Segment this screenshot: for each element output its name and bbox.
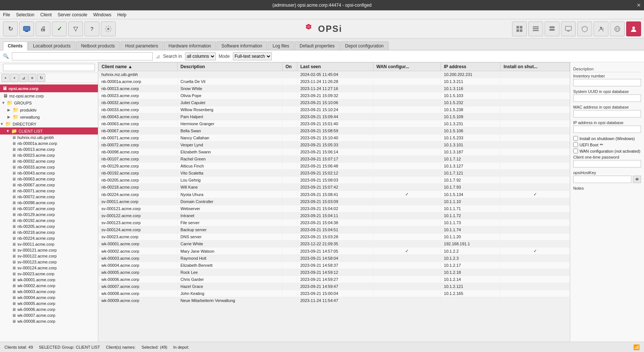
col-ip-address[interactable]: IP address <box>441 63 501 71</box>
monitor-button[interactable] <box>561 21 576 36</box>
sidebar-item-groups[interactable]: ▼ 📁 GROUPS <box>0 99 98 106</box>
sidebar-client-nb00032[interactable]: 🖥nb-00032.acme.corp <box>0 158 98 164</box>
sidebar-client-wk00004[interactable]: 🖥wk-00004.acme.corp <box>0 295 98 300</box>
rp-host-key-input[interactable] <box>573 176 631 183</box>
sidebar-client-wk00005[interactable]: 🖥wk-00005.acme.corp <box>0 300 98 306</box>
sidebar-item-verwaltung[interactable]: ▶ 📁 verwaltung <box>0 113 98 120</box>
rp-uuid-input[interactable] <box>573 94 641 102</box>
print-button[interactable]: 🖨 <box>36 21 50 36</box>
tab-localboot[interactable]: Localboot products <box>28 41 75 50</box>
sidebar-client-nb00071[interactable]: 🖥nb-00071.acme.corp <box>0 188 98 194</box>
tab-depot-config[interactable]: Depot configuration <box>340 41 389 50</box>
sidebar-client-nb00072[interactable]: 🖥nb-00072.acme.corp <box>0 194 98 200</box>
sidebar-item-client-list[interactable]: ▼ 📁 CLIENT LIST <box>0 127 98 135</box>
sidebar-item-directory[interactable]: ▼ 📁 DIRECTORY <box>0 120 98 127</box>
table-row[interactable]: wk-00006.acme.corpChris Garder2023-09-21… <box>99 276 570 283</box>
table-row[interactable]: nb-00001a.acme.corpCruella De Vil2023-11… <box>99 78 570 85</box>
table-row[interactable]: wk-00008.acme.corpJohn Keating2023-09-21… <box>99 290 570 297</box>
table-row[interactable]: nb-00033.acme.corpWillow Rosenberg2023-0… <box>99 106 570 113</box>
rp-uefi-edit-icon[interactable]: ✏ <box>600 142 603 147</box>
table-row[interactable]: wk-00005.acme.corpRock Lee2023-09-21 14:… <box>99 269 570 276</box>
sidebar-depot-mz[interactable]: 🖥 mz-opsi.acme.corp <box>0 92 98 99</box>
table-row[interactable]: nb-00072.acme.corpVesper Lynd2023-09-21 … <box>99 142 570 149</box>
globe-button[interactable] <box>610 21 625 36</box>
sidebar-client-sv00023[interactable]: 🖥sv-00023.acme.corp <box>0 271 98 277</box>
rp-eye-button[interactable]: 👁 <box>633 176 641 183</box>
sidebar-add2-button[interactable]: + <box>10 74 19 82</box>
rp-mac-input[interactable] <box>573 110 641 117</box>
sidebar-sort-button[interactable]: ≡ <box>28 74 36 82</box>
col-last-seen[interactable]: Last seen <box>297 63 373 71</box>
table-row[interactable]: nb-00205.acme.corpLou Gehrig2023-09-21 1… <box>99 177 570 184</box>
sidebar-client-nb00098[interactable]: 🖥nb-00098.acme.corp <box>0 200 98 206</box>
list-view-button[interactable] <box>528 21 543 36</box>
search-in-select[interactable]: all columns <box>185 52 216 60</box>
sidebar-client-wk00006[interactable]: 🖥wk-00006.acme.corp <box>0 306 98 312</box>
sidebar-client-nb00129[interactable]: 🖥nb-00129.acme.corp <box>0 212 98 217</box>
sidebar-client-nb00218[interactable]: 🖥nb-00218.acme.corp <box>0 229 98 235</box>
table-row[interactable]: sv-00011.acme.corpDomain Controller2023-… <box>99 198 570 205</box>
sidebar-item-produktiv[interactable]: ▶ 📁 produktiv <box>0 106 98 113</box>
tab-hardware-info[interactable]: Hardware information <box>164 41 216 50</box>
rp-wan-config-checkbox[interactable] <box>573 149 578 153</box>
client-icon-button[interactable] <box>19 21 34 36</box>
close-button[interactable]: ✕ <box>637 2 641 8</box>
config-button[interactable] <box>101 21 116 36</box>
sidebar-client-wk00008[interactable]: 🖥wk-00008.acme.corp <box>0 318 98 324</box>
tab-clients[interactable]: Clients <box>3 41 27 50</box>
table-row[interactable]: nb-00063.acme.corpHermione Granger2023-0… <box>99 120 570 127</box>
rp-uefi-boot-checkbox[interactable] <box>573 142 578 147</box>
sidebar-search-input[interactable] <box>3 64 95 71</box>
table-row[interactable]: sv-00023.acme.corpDNS server2023-09-21 1… <box>99 233 570 240</box>
avatar-button[interactable] <box>626 21 641 36</box>
table-row[interactable]: huhnix.mz.uib.gmbh2024-02-05 11:45:0410.… <box>99 71 570 78</box>
table-row[interactable]: nb-00032.acme.corpJuliet Capulet2023-09-… <box>99 99 570 106</box>
table-row[interactable]: wk-00007.acme.corpHazel Grace2023-09-21 … <box>99 283 570 290</box>
sidebar-client-nb00067[interactable]: 🖥nb-00067.acme.corp <box>0 182 98 188</box>
sidebar-client-nb00205[interactable]: 🖥nb-00205.acme.corp <box>0 223 98 229</box>
sidebar-client-nb00224[interactable]: 🖥nb-00224.acme.corp <box>0 235 98 241</box>
tab-host-params[interactable]: Host parameters <box>120 41 163 50</box>
table-row[interactable]: nb-00192.acme.corpVito Scaletta2023-09-2… <box>99 170 570 177</box>
tab-log-files[interactable]: Log files <box>268 41 294 50</box>
table-row[interactable]: nb-00067.acme.corpBella Swan2023-09-21 1… <box>99 127 570 135</box>
col-wan-config[interactable]: WAN configur... <box>373 63 441 71</box>
sidebar-client-nb00013[interactable]: 🖥nb-00013.acme.corp <box>0 146 98 152</box>
sidebar-refresh-button[interactable]: ↻ <box>37 74 45 82</box>
tab-default-props[interactable]: Default properties <box>295 41 340 50</box>
table-row[interactable]: nb-00107.acme.corpRachel Green2023-09-21… <box>99 156 570 163</box>
sidebar-client-sv000122[interactable]: 🖥sv-000122.acme.corp <box>0 253 98 259</box>
table-row[interactable]: sv-000122.acme.corpIntranet2023-09-21 15… <box>99 212 570 219</box>
table-row[interactable]: wk-00009.acme.corpNeue Mitarbeiterin Ver… <box>99 297 570 304</box>
table-row[interactable]: nb-00013.acme.corpSnow White2023-11-24 1… <box>99 85 570 92</box>
sidebar-depot-opsi[interactable]: 🖥 opsi.acme.corp <box>0 84 98 92</box>
sidebar-add-button[interactable]: + <box>1 74 10 82</box>
sidebar-client-sv00011[interactable]: 🖥sv-00011.acme.corp <box>0 241 98 247</box>
user-settings-button[interactable] <box>594 21 608 36</box>
menu-file[interactable]: File <box>3 12 10 17</box>
rp-ip-input[interactable] <box>573 126 641 133</box>
filter-button[interactable]: ▽ <box>68 21 83 36</box>
table-row[interactable]: sv-000123.acme.corpFile server2023-09-21… <box>99 219 570 226</box>
table-row[interactable]: nb-00071.acme.corpNancy Callahan2023-09-… <box>99 135 570 142</box>
menu-windows[interactable]: Windows <box>93 12 111 17</box>
sidebar-client-sv000123[interactable]: 🖥sv-000123.acme.corp <box>0 259 98 265</box>
sidebar-client-huhnix[interactable]: 🖥huhnix.mz.uib.gmbh <box>0 135 98 140</box>
check-button[interactable]: ✓ <box>52 21 67 36</box>
tab-netboot[interactable]: Netboot products <box>76 41 119 50</box>
sidebar-client-nb00192[interactable]: 🖥nb-00192.acme.corp <box>0 217 98 223</box>
sidebar-client-sv000121[interactable]: 🖥sv-000121.acme.corp <box>0 247 98 253</box>
col-install-on-shut[interactable]: Install on shut... <box>501 63 570 71</box>
sidebar-client-nb00001a[interactable]: 🖥nb-00001a.acme.corp <box>0 140 98 146</box>
table-wrap[interactable]: Client name ▲ Description On Last seen W… <box>98 62 570 342</box>
table-row[interactable]: nb-00043.acme.corpPam Halpert2023-09-21 … <box>99 113 570 120</box>
rp-client-password-input[interactable] <box>573 160 641 167</box>
table-row[interactable]: nb-00218.acme.corpWill Kane2023-09-21 15… <box>99 184 570 191</box>
table-row[interactable]: wk-00003.acme.corpRaymond Holt2023-09-21… <box>99 255 570 262</box>
col-description[interactable]: Description <box>177 63 282 71</box>
table-row[interactable]: nb-00129.acme.corpAtticus Finch2023-09-2… <box>99 163 570 170</box>
table-row[interactable]: wk-00002.acme.corpMary Jane Watson2023-0… <box>99 248 570 255</box>
table-row[interactable]: sv-000121.acme.corpWebserver2023-09-21 1… <box>99 205 570 212</box>
table-row[interactable]: wk-00001.acme.corpCarrie White2023-12-22… <box>99 240 570 248</box>
search-input[interactable] <box>12 52 153 60</box>
